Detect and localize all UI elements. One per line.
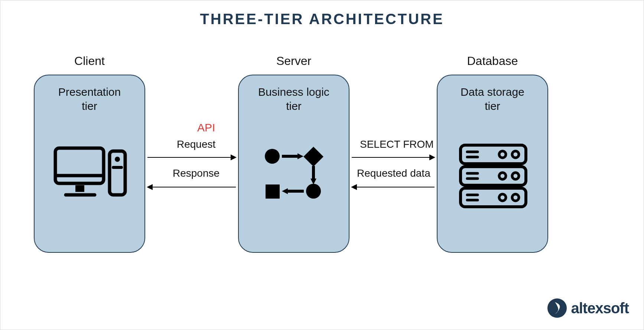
- database-tier-title: Data storagetier: [438, 85, 547, 113]
- request-label: Request: [177, 138, 215, 150]
- svg-marker-9: [297, 153, 303, 159]
- svg-point-26: [499, 151, 506, 158]
- server-stack-icon: [456, 142, 530, 213]
- response-label: Response: [173, 167, 219, 179]
- altexsoft-logo-icon: [547, 298, 567, 318]
- svg-point-32: [547, 298, 567, 318]
- server-tier-title: Business logictier: [239, 85, 349, 113]
- select-arrow: [352, 157, 435, 158]
- page-title: THREE-TIER ARCHITECTURE: [0, 11, 644, 27]
- svg-point-28: [499, 173, 506, 179]
- svg-point-5: [115, 157, 120, 162]
- database-tier-box: Data storagetier: [437, 75, 548, 253]
- svg-rect-10: [303, 147, 323, 167]
- svg-rect-16: [266, 184, 280, 199]
- svg-point-27: [512, 151, 519, 158]
- svg-rect-17: [461, 145, 526, 164]
- svg-point-29: [512, 173, 519, 179]
- diagram-canvas: THREE-TIER ARCHITECTURE Client Server Da…: [0, 0, 644, 330]
- svg-point-7: [265, 149, 280, 164]
- brand-logo: altexsoft: [547, 298, 629, 318]
- response-arrow: [147, 187, 236, 187]
- svg-point-30: [499, 194, 506, 201]
- data-return-arrow: [352, 187, 435, 187]
- select-from-label: SELECT FROM: [360, 138, 434, 150]
- database-header: Database: [437, 54, 548, 68]
- request-arrow: [147, 157, 236, 158]
- svg-rect-19: [461, 188, 526, 207]
- svg-point-13: [306, 184, 321, 199]
- api-label: API: [197, 121, 215, 134]
- svg-rect-2: [75, 185, 84, 192]
- client-tier-title: Presentationtier: [35, 85, 144, 113]
- requested-data-label: Requested data: [357, 167, 430, 179]
- svg-rect-18: [461, 167, 526, 185]
- svg-marker-15: [282, 188, 288, 194]
- flowchart-icon: [262, 146, 329, 202]
- client-header: Client: [34, 54, 145, 68]
- server-tier-box: Business logictier: [238, 75, 349, 253]
- svg-marker-12: [310, 179, 316, 184]
- brand-name: altexsoft: [571, 300, 629, 317]
- svg-point-31: [512, 194, 519, 201]
- server-header: Server: [238, 54, 349, 68]
- client-tier-box: Presentationtier: [34, 75, 145, 253]
- desktop-computer-icon: [53, 146, 127, 205]
- svg-rect-0: [55, 148, 104, 183]
